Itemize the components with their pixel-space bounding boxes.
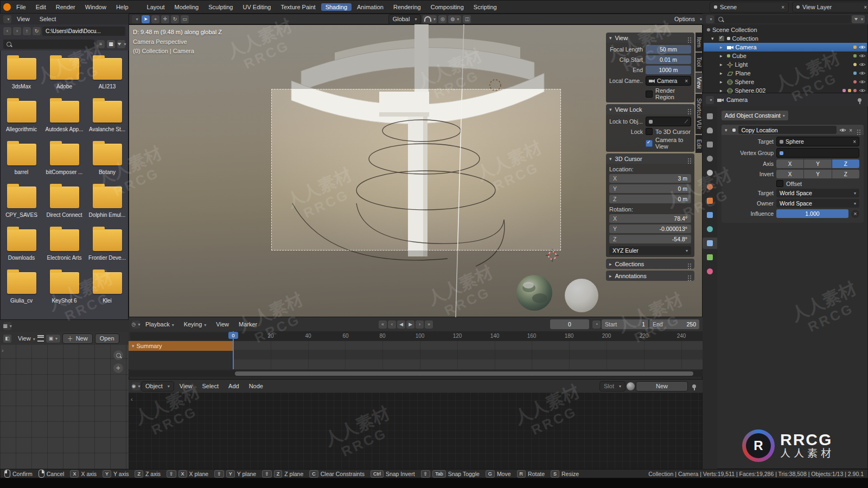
- image-browse-icon[interactable]: ▣: [46, 335, 60, 343]
- select-menu[interactable]: Select: [197, 382, 223, 390]
- tab-render[interactable]: [704, 125, 716, 136]
- menu-file[interactable]: File: [12, 3, 30, 11]
- select-tool-icon[interactable]: ➤: [142, 15, 150, 23]
- folder-item[interactable]: Giulia_cv: [0, 272, 43, 304]
- timeline-key-area[interactable]: [233, 341, 703, 369]
- scene-selector[interactable]: Scene: [710, 2, 789, 12]
- clear-icon[interactable]: [853, 138, 856, 145]
- timeline-scrollbar[interactable]: [129, 370, 703, 377]
- filter-icon[interactable]: [117, 40, 125, 48]
- panel-grip-icon[interactable]: [688, 275, 689, 277]
- tab-texture-paint[interactable]: Texture Paint: [276, 3, 320, 11]
- to-3d-cursor-checkbox[interactable]: [646, 128, 653, 135]
- folder-item[interactable]: Electronic Arts: [43, 229, 86, 261]
- outliner-object-sphere[interactable]: Sphere: [704, 78, 867, 86]
- jump-to-start-button[interactable]: «: [379, 320, 387, 329]
- panel-header-3d-cursor[interactable]: 3D Cursor: [606, 153, 694, 164]
- tab-compositing[interactable]: Compositing: [426, 3, 468, 11]
- search-input[interactable]: [3, 40, 94, 49]
- outliner-object-cube[interactable]: Cube: [704, 52, 867, 60]
- editor-type-icon[interactable]: [132, 15, 140, 23]
- cursor-location-y-field[interactable]: Y0 m: [609, 184, 691, 193]
- clip-start-field[interactable]: 0.01 m: [646, 55, 691, 64]
- scene-unlink-icon[interactable]: [781, 4, 784, 10]
- node-menu[interactable]: Node: [245, 382, 267, 390]
- render-region-checkbox[interactable]: [646, 91, 653, 98]
- slot-dropdown[interactable]: Slot: [599, 381, 626, 391]
- view-menu[interactable]: View: [212, 320, 233, 328]
- tab-animation[interactable]: Animation: [353, 3, 388, 11]
- target-space-dropdown[interactable]: World Space: [776, 189, 859, 197]
- folder-item[interactable]: Avalanche St...: [86, 101, 129, 132]
- viewport-3d[interactable]: D: 9.48 m (9.48 m) along global Z Camera…: [129, 24, 703, 317]
- marker-menu[interactable]: Marker: [234, 320, 261, 328]
- view-layer-unlink-icon[interactable]: [864, 4, 867, 10]
- menu-icon[interactable]: [37, 335, 44, 342]
- snap-magnet-icon[interactable]: [423, 15, 437, 23]
- sidebar-tab-tool[interactable]: Tool: [695, 53, 703, 71]
- panel-grip-icon[interactable]: [688, 264, 689, 265]
- filter-icon[interactable]: [852, 15, 865, 23]
- region-toggle-icon[interactable]: ›: [2, 347, 4, 354]
- keying-menu[interactable]: Keying: [180, 320, 211, 328]
- editor-type-icon[interactable]: ▦: [3, 322, 11, 330]
- folder-item[interactable]: ALI213: [86, 58, 129, 89]
- tab-material[interactable]: [704, 266, 716, 277]
- refresh-icon[interactable]: ↻: [33, 27, 41, 35]
- render-overlays-icon[interactable]: ◍: [448, 15, 461, 23]
- hide-icon[interactable]: [859, 54, 866, 58]
- jump-to-end-button[interactable]: »: [425, 320, 433, 329]
- hide-icon[interactable]: [859, 71, 866, 75]
- scale-tool-icon[interactable]: ▭: [181, 15, 189, 23]
- tab-object[interactable]: [704, 195, 716, 207]
- clip-end-field[interactable]: 1000 m: [646, 66, 691, 74]
- folder-item[interactable]: Klei: [86, 272, 129, 304]
- display-vertical-list-icon[interactable]: ≡: [97, 40, 105, 48]
- xray-icon[interactable]: ◫: [463, 15, 471, 23]
- lock-object-field[interactable]: ⟋: [646, 117, 691, 126]
- cursor-rotation-x-field[interactable]: X78.4°: [609, 214, 691, 223]
- use-preview-range-icon[interactable]: ◔: [592, 320, 601, 329]
- folder-item[interactable]: 3dsMax: [0, 58, 43, 89]
- panel-header-view[interactable]: View: [606, 33, 694, 43]
- menu-window[interactable]: Window: [81, 3, 111, 11]
- cursor-rotation-z-field[interactable]: Z-54.8°: [609, 235, 691, 243]
- cursor-tool-icon[interactable]: ⌖: [151, 15, 159, 23]
- folder-item[interactable]: Dolphin Emul...: [86, 187, 129, 218]
- hide-icon[interactable]: [859, 62, 866, 67]
- influence-animate-icon[interactable]: [851, 210, 859, 218]
- zoom-icon[interactable]: [113, 350, 123, 360]
- outliner-search-field[interactable]: [715, 15, 851, 23]
- timeline-ruler[interactable]: 20 40 60 80 100 120 140 160 180 200 220 …: [233, 331, 703, 341]
- folder-item[interactable]: barrel: [0, 144, 43, 175]
- editor-type-icon[interactable]: [706, 96, 714, 104]
- new-image-button[interactable]: ＋New: [62, 333, 93, 344]
- hide-icon[interactable]: [859, 45, 866, 49]
- constraint-drag-handle[interactable]: [857, 130, 858, 131]
- sidebar-tab-shortcut[interactable]: Shortcut VUr: [695, 94, 703, 133]
- play-reverse-button[interactable]: ◀: [397, 320, 405, 329]
- camera-frame[interactable]: [271, 89, 561, 251]
- editor-type-icon[interactable]: ◉: [132, 382, 140, 390]
- folder-item[interactable]: KeyShot 6: [43, 272, 86, 304]
- back-icon[interactable]: ‹: [3, 27, 11, 35]
- scene-collection-row[interactable]: Scene Collection: [704, 25, 867, 34]
- rotate-tool-icon[interactable]: ↻: [171, 15, 179, 23]
- current-frame-field[interactable]: 0: [550, 319, 589, 329]
- view-layer-selector[interactable]: View Layer: [792, 2, 868, 12]
- blender-logo-icon[interactable]: [3, 3, 11, 11]
- tab-sculpting[interactable]: Sculpting: [204, 3, 237, 11]
- folder-item[interactable]: Allegorithmic: [0, 101, 43, 132]
- options-dropdown[interactable]: Options: [671, 15, 706, 24]
- folder-item[interactable]: Adobe: [43, 58, 86, 89]
- collection-row[interactable]: Collection: [704, 34, 867, 43]
- folder-item[interactable]: Autodesk App...: [43, 101, 86, 132]
- offset-checkbox[interactable]: [776, 180, 783, 187]
- pin-icon[interactable]: [692, 384, 696, 388]
- menu-edit[interactable]: Edit: [31, 3, 50, 11]
- proportional-edit-icon[interactable]: ◎: [438, 15, 446, 23]
- invert-y-button[interactable]: Y: [804, 170, 831, 178]
- add-constraint-dropdown[interactable]: Add Object Constraint: [722, 111, 788, 120]
- editor-type-icon[interactable]: [706, 15, 714, 23]
- outliner-object-plane[interactable]: Plane: [704, 69, 867, 78]
